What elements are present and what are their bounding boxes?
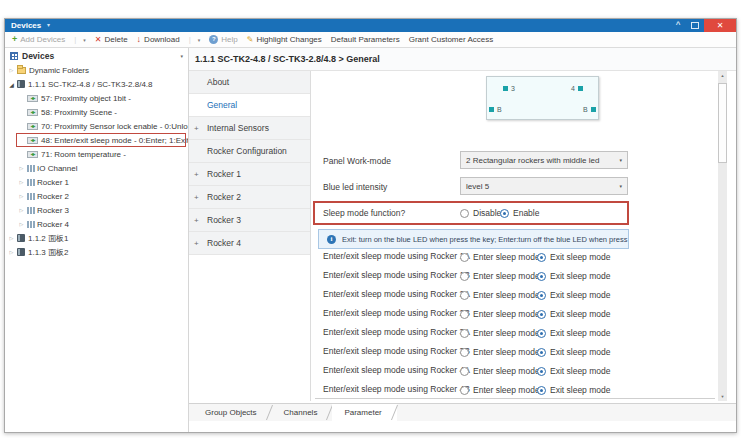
radio-checked-icon[interactable] [500,209,509,218]
exit-sleep-option[interactable]: Exit sleep mode [537,366,610,376]
expand-plus-icon[interactable]: + [194,239,199,248]
radio-unchecked-icon[interactable] [460,367,469,376]
download-caret-down-icon[interactable]: ▾ [198,37,201,43]
close-button[interactable]: ✕ [704,19,736,32]
radio-label[interactable]: Enter sleep mode [473,385,540,395]
section-rocker-configuration[interactable]: Rocker Configuration [189,140,310,163]
enter-sleep-option[interactable]: Enter sleep mode [460,271,540,281]
expander-collapsed-icon[interactable]: ▷ [17,221,26,227]
work-mode-dropdown[interactable]: 2 Rectangular rockers with middle led ▾ [460,151,628,169]
help-button[interactable]: ? Help [209,35,237,44]
radio-checked-icon[interactable] [537,386,546,395]
expander-collapsed-icon[interactable]: ▷ [17,207,26,213]
expand-plus-icon[interactable]: + [194,216,199,225]
add-devices-caret-down-icon[interactable]: ▾ [83,37,86,43]
tree-item-object-58[interactable]: ◂▸ 58: Proximity Scene - [5,105,188,119]
exit-sleep-option[interactable]: Exit sleep mode [537,328,610,338]
enter-sleep-option[interactable]: Enter sleep mode [460,385,540,395]
section-internal-sensors[interactable]: + Internal Sensors [189,117,310,140]
tree-panel-caret-down-icon[interactable]: ▾ [180,53,183,59]
expander-collapsed-icon[interactable]: ▷ [7,249,16,255]
expander-collapsed-icon[interactable]: ▷ [17,179,26,185]
blue-led-dropdown[interactable]: level 5 ▾ [460,177,628,195]
radio-label[interactable]: Exit sleep mode [550,290,610,300]
radio-unchecked-icon[interactable] [460,209,469,218]
radio-label[interactable]: Exit sleep mode [550,347,610,357]
radio-checked-icon[interactable] [537,348,546,357]
tree-item-object-70[interactable]: ◂▸ 70: Proximity Sensor lock enable - 0:… [5,119,188,133]
scroll-down-icon[interactable]: ▼ [718,394,727,399]
tree-item-io-channel[interactable]: ▷ IO Channel [5,161,188,175]
default-parameters-button[interactable]: Default Parameters [331,35,400,44]
enter-sleep-option[interactable]: Enter sleep mode [460,347,540,357]
sleep-disable-option[interactable]: Disable [460,208,501,218]
radio-label[interactable]: Enter sleep mode [473,328,540,338]
exit-sleep-option[interactable]: Exit sleep mode [537,347,610,357]
restore-window-icon[interactable] [691,22,699,29]
radio-label[interactable]: Enable [513,208,539,218]
exit-sleep-option[interactable]: Exit sleep mode [537,309,610,319]
tree-item-rocker-1[interactable]: ▷ Rocker 1 [5,175,188,189]
enter-sleep-option[interactable]: Enter sleep mode [460,309,540,319]
tree-item-device-111[interactable]: ◢ 1.1.1 SC-TK2-4.8 / SC-TK3-2.8/4.8 [5,77,188,91]
radio-label[interactable]: Enter sleep mode [473,252,540,262]
enter-sleep-option[interactable]: Enter sleep mode [460,252,540,262]
enter-sleep-option[interactable]: Enter sleep mode [460,290,540,300]
exit-sleep-option[interactable]: Exit sleep mode [537,385,610,395]
radio-label[interactable]: Enter sleep mode [473,309,540,319]
tree-item-dynamic-folders[interactable]: ▷ Dynamic Folders [5,63,188,77]
vertical-scrollbar[interactable]: ▲ ▼ [718,71,727,401]
expand-plus-icon[interactable]: + [194,193,199,202]
radio-checked-icon[interactable] [537,367,546,376]
radio-label[interactable]: Enter sleep mode [473,366,540,376]
expander-expanded-icon[interactable]: ◢ [7,81,16,88]
radio-label[interactable]: Disable [473,208,501,218]
add-devices-button[interactable]: + Add Devices [12,35,65,44]
tree-item-device-113[interactable]: ▷ 1.1.3 面板2 [5,245,188,259]
section-about[interactable]: About [189,71,310,94]
expand-plus-icon[interactable]: + [194,124,199,133]
radio-label[interactable]: Exit sleep mode [550,385,610,395]
tab-channels[interactable]: Channels [272,404,333,421]
scrollbar-thumb[interactable] [718,83,727,163]
expand-plus-icon[interactable]: + [194,170,199,179]
section-rocker-1[interactable]: + Rocker 1 [189,163,310,186]
section-rocker-4[interactable]: + Rocker 4 [189,232,310,255]
exit-sleep-option[interactable]: Exit sleep mode [537,271,610,281]
exit-sleep-option[interactable]: Exit sleep mode [537,252,610,262]
expander-collapsed-icon[interactable]: ▷ [17,193,26,199]
section-rocker-2[interactable]: + Rocker 2 [189,186,310,209]
radio-label[interactable]: Exit sleep mode [550,309,610,319]
section-general[interactable]: General [189,94,310,117]
radio-checked-icon[interactable] [537,310,546,319]
radio-unchecked-icon[interactable] [460,253,469,262]
sleep-enable-option[interactable]: Enable [500,208,539,218]
tree-item-rocker-4[interactable]: ▷ Rocker 4 [5,217,188,231]
radio-unchecked-icon[interactable] [460,329,469,338]
tab-parameter[interactable]: Parameter [332,404,396,421]
radio-label[interactable]: Enter sleep mode [473,271,540,281]
radio-unchecked-icon[interactable] [460,272,469,281]
exit-sleep-option[interactable]: Exit sleep mode [537,290,610,300]
tree-item-rocker-3[interactable]: ▷ Rocker 3 [5,203,188,217]
expander-collapsed-icon[interactable]: ▷ [7,235,16,241]
section-rocker-3[interactable]: + Rocker 3 [189,209,310,232]
expander-collapsed-icon[interactable]: ▷ [7,67,16,73]
radio-checked-icon[interactable] [537,272,546,281]
scroll-up-icon[interactable]: ▲ [718,73,727,78]
radio-checked-icon[interactable] [537,291,546,300]
tree-item-rocker-2[interactable]: ▷ Rocker 2 [5,189,188,203]
delete-button[interactable]: ✕ Delete [95,35,128,44]
highlight-changes-button[interactable]: ✎ Highlight Changes [247,35,322,44]
tree-item-device-112[interactable]: ▷ 1.1.2 面板1 [5,231,188,245]
radio-unchecked-icon[interactable] [460,386,469,395]
title-caret-down-icon[interactable]: ▾ [47,19,50,32]
radio-unchecked-icon[interactable] [460,348,469,357]
enter-sleep-option[interactable]: Enter sleep mode [460,366,540,376]
radio-unchecked-icon[interactable] [460,291,469,300]
enter-sleep-option[interactable]: Enter sleep mode [460,328,540,338]
radio-unchecked-icon[interactable] [460,310,469,319]
expander-collapsed-icon[interactable]: ▷ [17,165,26,171]
radio-label[interactable]: Exit sleep mode [550,252,610,262]
grant-customer-access-button[interactable]: Grant Customer Access [409,35,493,44]
